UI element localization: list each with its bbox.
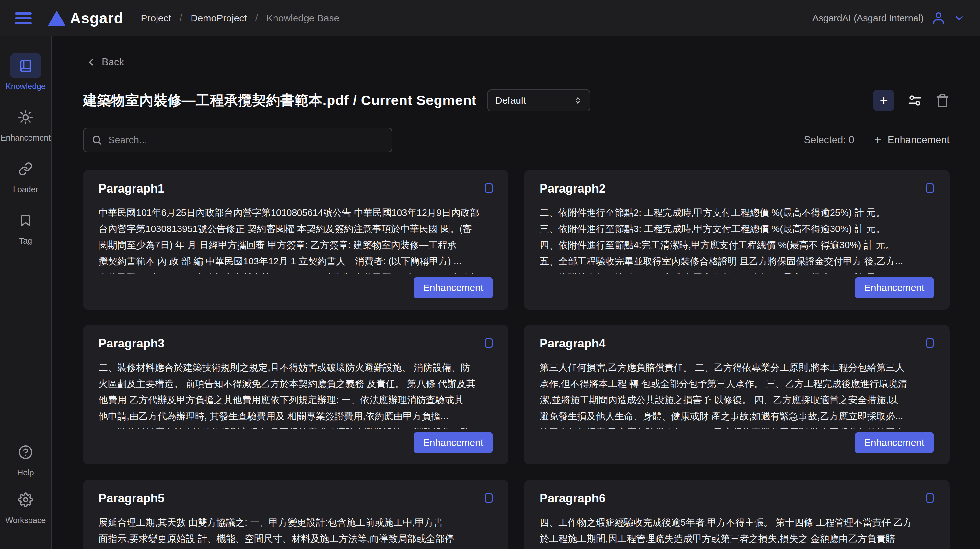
search-input[interactable] <box>108 135 384 145</box>
segment-card-paragraph3: Paragraph3 二、裝修材料應合於建築技術規則之規定,且不得妨害或破壞防火… <box>83 325 509 465</box>
card-checkbox[interactable] <box>926 183 934 193</box>
card-text-clipped: 二、依附件進行至節點2: 工程完成時,甲方支付工程總價 %(最高不得逾25%) … <box>539 269 934 274</box>
plus-icon: + <box>874 133 881 147</box>
main-content: Back 建築物室內裝修—工程承攬契約書範本.pdf / Current Seg… <box>52 36 980 549</box>
back-button[interactable]: Back <box>86 56 124 68</box>
bookmark-icon <box>19 213 32 227</box>
card-title: Paragraph4 <box>539 337 606 350</box>
sidebar-label: Workspace <box>5 516 46 525</box>
breadcrumb: Project / DemoProject / Knowledge Base <box>141 13 339 24</box>
card-text-clipped: 中華民國101年6月25日內政部台內營字第1010805614號公告 中華民國1… <box>99 269 493 274</box>
sidebar-label: Enhancement <box>1 133 51 143</box>
search-box <box>83 128 393 152</box>
sidebar-label: Help <box>17 468 34 477</box>
sidebar-item-knowledge[interactable]: Knowledge <box>5 53 46 91</box>
help-circle-icon <box>18 445 33 460</box>
sidebar-item-enhancement[interactable]: Enhancement <box>1 105 51 143</box>
user-icon[interactable] <box>931 11 946 25</box>
sidebar-label: Tag <box>19 236 32 246</box>
card-checkbox[interactable] <box>485 493 493 503</box>
segment-select-value: Default <box>495 95 526 106</box>
card-title: Paragraph1 <box>99 182 165 196</box>
card-checkbox[interactable] <box>485 338 493 348</box>
segment-select[interactable]: Default <box>487 89 590 111</box>
filter-sliders-icon[interactable] <box>907 93 922 108</box>
sidebar-item-loader[interactable]: Loader <box>10 156 41 194</box>
breadcrumb-separator: / <box>180 13 182 24</box>
enhancement-button[interactable]: Enhancement <box>414 432 493 454</box>
trash-icon[interactable] <box>935 93 950 108</box>
back-label: Back <box>102 56 124 68</box>
bulk-enhancement-label: Enhancement <box>888 134 950 146</box>
enhancement-button[interactable]: Enhancement <box>854 432 934 454</box>
sidebar-label: Loader <box>13 185 38 194</box>
sun-icon <box>18 110 33 125</box>
segment-card-paragraph5: Paragraph5 展延合理工期,其天數 由雙方協議之: 一、甲方變更設計:包… <box>83 480 509 549</box>
card-checkbox[interactable] <box>926 493 934 503</box>
app-name: Asgard <box>70 10 123 27</box>
card-title: Paragraph5 <box>99 492 165 505</box>
link-icon <box>19 162 33 176</box>
sidebar-item-help[interactable]: Help <box>10 439 41 477</box>
plus-icon: + <box>880 92 888 108</box>
card-text: 二、裝修材料應合於建築技術規則之規定,且不得妨害或破壞防火避難設施、 消防設備、… <box>99 360 493 424</box>
breadcrumb-separator: / <box>255 13 258 24</box>
card-title: Paragraph3 <box>99 337 165 350</box>
card-text: 四、工作物之瑕疵經驗收完成後逾5年者,甲方不得主張。 第十四條 工程管理不當責任… <box>539 514 934 549</box>
search-icon <box>91 135 102 145</box>
card-text: 第三人任何損害,乙方應負賠償責任。 二、乙方得依專業分工原則,將本工程分包給第三… <box>539 360 934 424</box>
add-segment-button[interactable]: + <box>873 90 894 111</box>
app-logo[interactable]: Asgard <box>48 10 123 27</box>
triangle-logo-icon <box>48 11 65 25</box>
select-chevrons-icon <box>573 95 583 105</box>
chevron-left-icon <box>86 57 97 68</box>
card-checkbox[interactable] <box>485 183 493 193</box>
card-text-clipped: 第三人任何損害,乙方應負賠償責任。 二、乙方得依專業分工原則,將本工程分包給第三… <box>539 424 934 429</box>
gear-icon <box>18 492 33 507</box>
card-title: Paragraph2 <box>539 182 606 196</box>
sidebar-item-tag[interactable]: Tag <box>10 208 41 246</box>
card-text: 中華民國101年6月25日內政部台內營字第1010805614號公告 中華民國1… <box>99 205 493 269</box>
segment-card-paragraph1: Paragraph1 中華民國101年6月25日內政部台內營字第10108056… <box>83 170 509 309</box>
card-text: 二、依附件進行至節點2: 工程完成時,甲方支付工程總價 %(最高不得逾25%) … <box>539 205 934 269</box>
sidebar-label: Knowledge <box>5 82 46 91</box>
card-checkbox[interactable] <box>926 338 934 348</box>
page-title: 建築物室內裝修—工程承攬契約書範本.pdf / Current Segment <box>83 91 476 110</box>
segment-card-paragraph4: Paragraph4 第三人任何損害,乙方應負賠償責任。 二、乙方得依專業分工原… <box>524 325 950 465</box>
sidebar-item-workspace[interactable]: Workspace <box>5 487 46 525</box>
card-text-clipped: 二、裝修材料應合於建築技術規則之規定,且不得妨害或破壞防火避難設施、 消防設備、… <box>99 424 493 429</box>
selected-count: Selected: 0 <box>804 134 854 146</box>
enhancement-button[interactable]: Enhancement <box>854 277 934 299</box>
bulk-enhancement-button[interactable]: + Enhancement <box>874 133 950 147</box>
segment-card-paragraph2: Paragraph2 二、依附件進行至節點2: 工程完成時,甲方支付工程總價 %… <box>524 170 950 309</box>
enhancement-button[interactable]: Enhancement <box>414 277 493 299</box>
app-header: Asgard Project / DemoProject / Knowledge… <box>0 0 980 36</box>
book-icon <box>19 59 33 73</box>
card-text: 展延合理工期,其天數 由雙方協議之: 一、甲方變更設計:包含施工前或施工中,甲方… <box>99 514 493 549</box>
breadcrumb-knowledge-base: Knowledge Base <box>266 13 339 24</box>
chevron-down-icon[interactable] <box>953 12 965 24</box>
account-label: AsgardAI (Asgard Internal) <box>813 13 924 24</box>
breadcrumb-demoproject[interactable]: DemoProject <box>191 13 247 24</box>
breadcrumb-project[interactable]: Project <box>141 13 171 24</box>
segment-card-grid: Paragraph1 中華民國101年6月25日內政部台內營字第10108056… <box>83 170 950 549</box>
segment-card-paragraph6: Paragraph6 四、工作物之瑕疵經驗收完成後逾5年者,甲方不得主張。 第十… <box>524 480 950 549</box>
card-title: Paragraph6 <box>539 492 606 505</box>
sidebar: Knowledge Enhancement Loader Tag Help Wo <box>0 36 52 549</box>
menu-icon[interactable] <box>15 11 33 25</box>
